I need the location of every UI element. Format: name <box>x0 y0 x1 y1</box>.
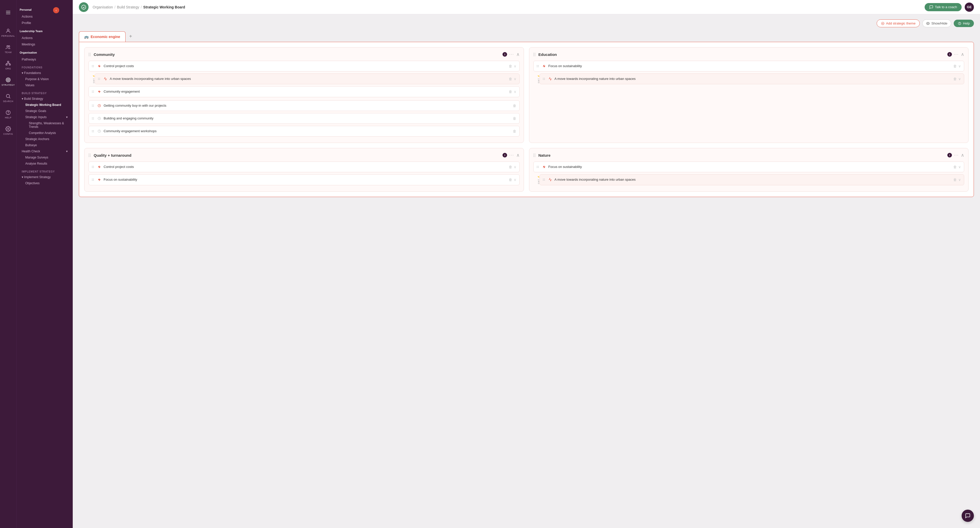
sidebar-profile[interactable]: Profile <box>20 20 70 26</box>
sidebar-item-team[interactable]: TEAM <box>5 45 11 54</box>
nature-menu[interactable]: ··· <box>954 153 959 157</box>
expand-icon[interactable]: ∨ <box>958 178 961 182</box>
implement-strategy-expand[interactable]: ▾ Implement Strategy <box>20 174 70 180</box>
sidebar-item-personal[interactable]: PERSONAL <box>1 28 15 37</box>
row-actions: 🗑 ∨ <box>953 178 961 182</box>
row-drag-handle[interactable] <box>537 166 540 168</box>
delete-icon[interactable]: 🗑 <box>509 77 512 81</box>
chat-bubble[interactable] <box>962 510 974 522</box>
breadcrumb-org[interactable]: Organisation <box>93 5 113 9</box>
row-actions: 🗑 ∨ <box>953 165 961 169</box>
clock-outline-icon <box>97 129 102 134</box>
row-actions: 🗑 ∨ <box>509 77 516 81</box>
delete-icon[interactable]: 🗑 <box>509 89 512 94</box>
sidebar-item-strategy[interactable]: STRATEGY <box>2 77 15 86</box>
sidebar-actions-personal[interactable]: Actions <box>20 13 70 20</box>
sidebar-purpose-vision[interactable]: Purpose & Vision <box>23 76 70 82</box>
add-tab-button[interactable]: + <box>126 32 136 41</box>
sidebar-item-search[interactable]: SEARCH <box>3 94 14 103</box>
sidebar-competitor-analysis[interactable]: Competitor Analysis <box>27 130 70 136</box>
nature-collapse[interactable]: ∧ <box>961 153 964 158</box>
community-collapse[interactable]: ∧ <box>516 52 520 57</box>
show-hide-button[interactable]: Show/Hide <box>922 19 951 27</box>
sidebar-meetings[interactable]: Meetings <box>20 41 70 48</box>
row-drag-handle[interactable] <box>98 78 101 80</box>
sidebar-collapse-button[interactable]: ‹ <box>53 7 59 13</box>
health-check-expand[interactable]: Health Check ▾ <box>20 148 70 154</box>
quality-collapse[interactable]: ∧ <box>516 153 520 158</box>
strategic-inputs-expand[interactable]: Strategic Inputs ▾ <box>23 114 70 120</box>
expand-icon[interactable]: ∨ <box>514 178 516 182</box>
nature-drag-handle[interactable] <box>533 154 536 157</box>
delete-icon[interactable]: 🗑 <box>509 178 512 182</box>
delete-icon[interactable]: 🗑 <box>513 103 516 108</box>
row-drag-handle[interactable] <box>92 118 95 119</box>
sidebar-objectives[interactable]: Objectives <box>23 180 70 186</box>
foundations-expand[interactable]: ▾ Foundations <box>20 70 70 76</box>
delete-icon[interactable]: 🗑 <box>509 165 512 169</box>
community-menu[interactable]: ··· <box>509 52 514 57</box>
row-drag-handle[interactable] <box>92 65 95 67</box>
talk-to-coach-button[interactable]: Talk to a coach <box>924 3 962 11</box>
row-drag-handle[interactable] <box>92 105 95 107</box>
chart-icon <box>103 76 108 81</box>
education-menu[interactable]: ··· <box>954 52 959 57</box>
sidebar-values[interactable]: Values <box>23 82 70 88</box>
sidebar-strategic-anchors[interactable]: Strategic Anchors <box>23 136 70 142</box>
sidebar-item-help[interactable]: HELP <box>5 110 11 119</box>
quality-title: Quality + turnaround <box>94 153 501 157</box>
community-drag-handle[interactable] <box>89 53 92 56</box>
education-collapse[interactable]: ∧ <box>961 52 964 57</box>
sidebar-manage-surveys[interactable]: Manage Surveys <box>23 154 70 161</box>
quality-drag-handle[interactable] <box>89 154 92 157</box>
row-drag-handle[interactable] <box>92 130 95 132</box>
delete-icon[interactable]: 🗑 <box>513 116 516 121</box>
build-strategy-label: BUILD STRATEGY <box>20 92 70 95</box>
expand-icon[interactable]: ∨ <box>514 165 516 169</box>
education-drag-handle[interactable] <box>533 53 536 56</box>
sidebar-pathways[interactable]: Pathways <box>20 56 70 62</box>
sidebar-actions-leadership[interactable]: Actions <box>20 35 70 41</box>
row-drag-handle[interactable] <box>92 166 95 168</box>
expand-icon[interactable]: ∨ <box>958 165 961 169</box>
sidebar-strategic-goals[interactable]: Strategic Goals <box>23 108 70 114</box>
user-avatar[interactable]: GE <box>965 3 974 12</box>
row-drag-handle[interactable] <box>543 179 546 181</box>
expand-icon[interactable]: ∨ <box>958 64 961 68</box>
sidebar-analyse-results[interactable]: Analyse Results <box>23 161 70 167</box>
row-drag-handle[interactable] <box>92 91 95 93</box>
expand-icon[interactable]: ∨ <box>514 64 516 68</box>
build-strategy-expand[interactable]: ▾ Build Strategy <box>20 96 70 102</box>
row-drag-handle[interactable] <box>537 65 540 67</box>
delete-icon[interactable]: 🗑 <box>953 178 957 182</box>
delete-icon[interactable]: 🗑 <box>509 64 512 68</box>
delete-icon[interactable]: 🗑 <box>953 77 957 81</box>
row-drag-handle[interactable] <box>543 78 546 80</box>
sidebar-item-config[interactable]: CONFIG <box>3 126 13 135</box>
education-info-badge[interactable]: i <box>947 52 952 57</box>
delete-icon[interactable]: 🗑 <box>953 64 957 68</box>
economic-engine-tab[interactable]: 🚌 Economic engine <box>79 32 126 42</box>
expand-icon[interactable]: ∨ <box>514 77 516 81</box>
hamburger-menu[interactable] <box>5 5 11 21</box>
sidebar-strengths-weaknesses[interactable]: Strengths, Weaknesses & Trends <box>27 120 70 130</box>
community-column-header: Community i ··· ∧ <box>89 52 520 57</box>
columns-grid: Community i ··· ∧ Control project costs <box>84 47 969 192</box>
foundations-label: FOUNDATIONS <box>20 66 70 69</box>
row-drag-handle[interactable] <box>92 179 95 181</box>
sidebar-item-org[interactable]: ORG <box>5 61 11 70</box>
sidebar-bullseye[interactable]: Bullseye <box>23 142 70 148</box>
breadcrumb-strategy[interactable]: Build Strategy <box>117 5 139 9</box>
add-strategic-theme-button[interactable]: Add strategic theme <box>877 19 920 27</box>
sidebar-strategic-working-board[interactable]: Strategic Working Board <box>23 102 70 108</box>
community-info-badge[interactable]: i <box>503 52 507 57</box>
expand-icon[interactable]: ∨ <box>958 77 961 81</box>
table-row: Focus on sustainability 🗑 ∨ <box>89 174 520 185</box>
delete-icon[interactable]: 🗑 <box>953 165 957 169</box>
quality-info-badge[interactable]: i <box>503 153 507 157</box>
quality-menu[interactable]: ··· <box>509 153 514 157</box>
expand-icon[interactable]: ∨ <box>514 89 516 94</box>
nature-info-badge[interactable]: i <box>947 153 952 157</box>
delete-icon[interactable]: 🗑 <box>513 129 516 133</box>
help-button[interactable]: Help <box>954 20 974 27</box>
